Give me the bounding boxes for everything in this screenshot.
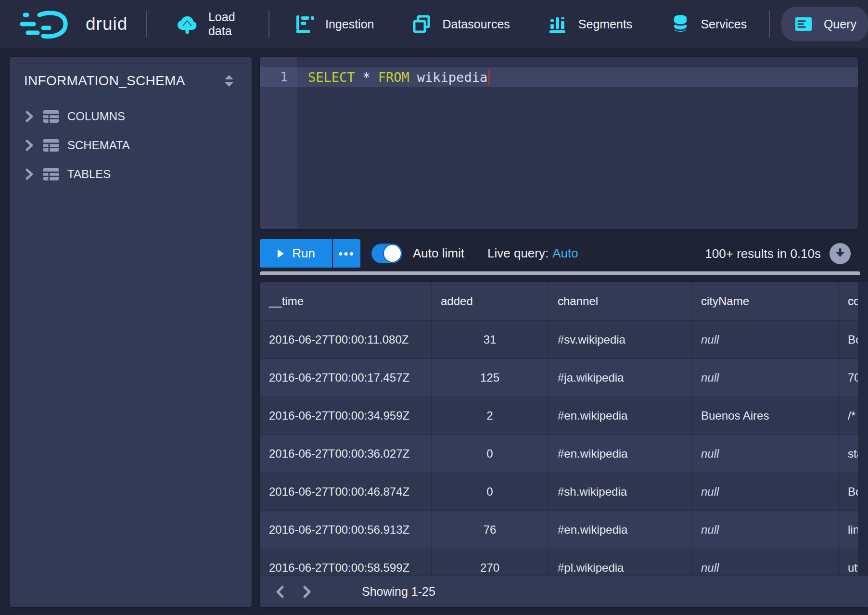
horizontal-scrollbar[interactable] xyxy=(260,271,860,275)
table-cell[interactable]: null xyxy=(692,321,839,359)
table-icon xyxy=(43,109,59,124)
table-cell[interactable]: /* S xyxy=(839,397,858,435)
toggle-knob xyxy=(384,245,401,262)
run-label: Run xyxy=(292,246,315,261)
nav-item-label: Datasources xyxy=(442,17,510,31)
table-cell[interactable]: 2016-06-27T00:00:34.959Z xyxy=(260,397,432,435)
play-icon xyxy=(277,249,284,258)
sql-keyword: FROM xyxy=(378,67,409,87)
table-header: __timeaddedchannelcityNamecomment xyxy=(260,282,858,321)
column-header-cityName[interactable]: cityName xyxy=(692,282,839,320)
table-cell[interactable]: #en.wikipedia xyxy=(549,511,692,549)
table-row: 2016-06-27T00:00:36.027Z0#en.wikipedianu… xyxy=(260,435,858,473)
live-query-value[interactable]: Auto xyxy=(552,246,578,260)
chevron-right-icon xyxy=(24,110,35,123)
table-cell[interactable]: 2016-06-27T00:00:36.027Z xyxy=(260,435,432,473)
table-cell[interactable]: #sh.wikipedia xyxy=(549,473,692,511)
nav-item-ingestion[interactable]: Ingestion xyxy=(283,7,385,41)
vertical-scrollbar[interactable] xyxy=(858,282,868,576)
sql-code-line: SELECT * FROM wikipedia xyxy=(308,67,490,87)
results-info-text: 100+ results in 0.10s xyxy=(705,246,821,261)
table-cell[interactable]: 125 xyxy=(432,359,549,397)
table-cell[interactable]: null xyxy=(692,359,839,397)
table-cell[interactable]: #pl.wikipedia xyxy=(549,549,692,576)
table-cell[interactable]: null xyxy=(692,549,839,576)
table-cell[interactable]: Bot xyxy=(839,321,858,359)
table-row: 2016-06-27T00:00:11.080Z31#sv.wikipedian… xyxy=(260,321,858,359)
table-cell[interactable]: 2 xyxy=(432,397,549,435)
table-row: 2016-06-27T00:00:34.959Z2#en.wikipediaBu… xyxy=(260,397,858,435)
table-cell[interactable]: 76 xyxy=(432,511,549,549)
schema-tree: COLUMNS SCHEMATA xyxy=(10,102,252,189)
tree-item-tables[interactable]: TABLES xyxy=(10,160,252,189)
column-header-channel[interactable]: channel xyxy=(549,282,692,320)
table-cell[interactable]: 0 xyxy=(432,473,549,511)
nav-item-label: Query xyxy=(824,17,856,31)
nav-divider xyxy=(769,11,770,38)
chevron-right-icon xyxy=(24,139,35,152)
ingestion-icon xyxy=(294,13,316,35)
nav-item-label: Segments xyxy=(578,17,633,31)
table-cell[interactable]: Buenos Aires xyxy=(692,397,839,435)
table-icon xyxy=(43,167,59,181)
table-cell[interactable]: 2016-06-27T00:00:17.457Z xyxy=(260,359,432,397)
nav-divider xyxy=(268,11,269,38)
table-cell[interactable]: 0 xyxy=(432,435,549,473)
column-header-added[interactable]: added xyxy=(432,282,549,320)
nav-item-query[interactable]: Query xyxy=(781,7,868,41)
tree-item-label: SCHEMATA xyxy=(67,139,130,152)
column-header-time[interactable]: __time xyxy=(260,282,432,320)
table-cell[interactable]: #ja.wikipedia xyxy=(549,359,692,397)
table-cell[interactable]: Bot xyxy=(839,473,858,511)
druid-wordmark: druid xyxy=(86,14,128,34)
live-query-label: Live query: xyxy=(487,246,549,260)
tree-item-schemata[interactable]: SCHEMATA xyxy=(10,131,252,160)
run-button[interactable]: Run xyxy=(260,239,332,268)
download-button[interactable] xyxy=(830,243,851,264)
table-cell[interactable]: 2016-06-27T00:00:56.913Z xyxy=(260,511,432,549)
live-query: Live query:Auto xyxy=(487,246,578,261)
nav-item-load-data[interactable]: Load data xyxy=(164,3,255,45)
druid-logo[interactable]: druid xyxy=(20,9,128,39)
table-row: 2016-06-27T00:00:58.599Z270#pl.wikipedia… xyxy=(260,549,858,576)
auto-limit-toggle[interactable] xyxy=(371,243,402,263)
line-number: 1 xyxy=(260,67,297,87)
tree-item-columns[interactable]: COLUMNS xyxy=(10,102,252,131)
table-cell[interactable]: null xyxy=(692,511,839,549)
cloud-upload-icon xyxy=(176,13,199,36)
sort-icon[interactable] xyxy=(221,71,237,90)
top-nav: druid Load data xyxy=(0,0,868,48)
table-cell[interactable]: sta xyxy=(839,435,858,473)
column-header-comment[interactable]: comment xyxy=(839,282,858,320)
nav-item-segments[interactable]: Segments xyxy=(536,7,644,41)
table-cell[interactable]: utw xyxy=(839,549,858,576)
schema-title: INFORMATION_SCHEMA xyxy=(24,73,185,89)
table-cell[interactable]: 2016-06-27T00:00:46.874Z xyxy=(260,473,432,511)
table-cell[interactable]: null xyxy=(692,435,839,473)
query-icon xyxy=(793,13,814,35)
table-cell[interactable]: #en.wikipedia xyxy=(549,397,692,435)
sql-table-name: wikipedia xyxy=(417,67,487,87)
pagination-footer: Showing 1-25 xyxy=(260,576,868,607)
nav-item-services[interactable]: Services xyxy=(658,7,758,41)
editor-gutter: 1 xyxy=(260,57,297,229)
table-cell[interactable]: #sv.wikipedia xyxy=(549,321,692,359)
previous-page-button[interactable] xyxy=(270,582,290,602)
table-icon xyxy=(43,138,59,153)
table-cell[interactable]: link xyxy=(839,511,858,549)
sql-editor[interactable]: 1 SELECT * FROM wikipedia xyxy=(260,57,858,229)
auto-limit-label[interactable]: Auto limit xyxy=(413,246,464,261)
next-page-button[interactable] xyxy=(297,582,317,602)
nav-item-datasources[interactable]: Datasources xyxy=(400,7,521,41)
table-cell[interactable]: 70. xyxy=(839,359,858,397)
table-cell[interactable]: #en.wikipedia xyxy=(549,435,692,473)
table-cell[interactable]: null xyxy=(692,473,839,511)
table-cell[interactable]: 2016-06-27T00:00:11.080Z xyxy=(260,321,432,359)
table-cell[interactable]: 2016-06-27T00:00:58.599Z xyxy=(260,549,432,576)
tree-item-label: TABLES xyxy=(67,167,111,181)
datasources-icon xyxy=(411,13,433,35)
more-options-button[interactable]: ••• xyxy=(333,239,360,268)
table-cell[interactable]: 270 xyxy=(432,549,549,576)
table-cell[interactable]: 31 xyxy=(432,321,549,359)
nav-item-label: Ingestion xyxy=(325,17,374,31)
